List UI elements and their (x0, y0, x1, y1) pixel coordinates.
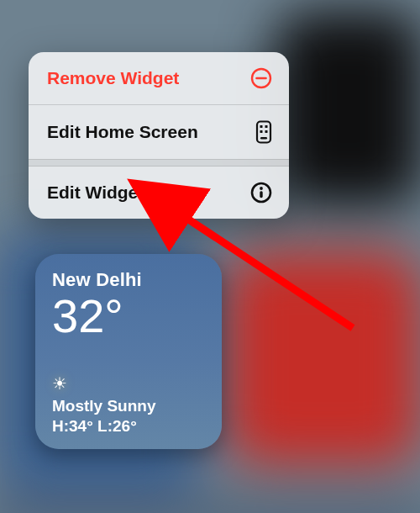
phone-home-icon (255, 120, 272, 144)
weather-temperature: 32° (52, 293, 205, 340)
edit-widget-item[interactable]: Edit Widget (29, 167, 289, 219)
svg-rect-10 (260, 191, 262, 198)
edit-home-screen-label: Edit Home Screen (47, 122, 198, 142)
remove-circle-icon (250, 67, 272, 89)
weather-city: New Delhi (52, 269, 205, 291)
weather-high-low: H:34° L:26° (52, 417, 205, 436)
weather-condition: Mostly Sunny (52, 397, 205, 415)
widget-context-menu: Remove Widget Edit Home Screen (29, 52, 289, 219)
sun-icon: ☀︎ (52, 375, 205, 392)
weather-widget[interactable]: New Delhi 32° ☀︎ Mostly Sunny H:34° L:26… (35, 254, 222, 449)
edit-widget-label: Edit Widget (47, 182, 144, 203)
svg-point-9 (260, 187, 263, 190)
svg-rect-3 (260, 125, 263, 128)
menu-separator-thick (29, 159, 289, 167)
info-circle-icon (250, 182, 272, 204)
svg-rect-5 (260, 130, 263, 133)
remove-widget-item[interactable]: Remove Widget (29, 52, 289, 104)
svg-rect-6 (265, 130, 268, 133)
svg-rect-4 (265, 125, 268, 128)
remove-widget-label: Remove Widget (47, 68, 179, 88)
svg-rect-2 (257, 122, 270, 143)
edit-home-screen-item[interactable]: Edit Home Screen (29, 105, 289, 159)
svg-rect-7 (260, 137, 267, 140)
